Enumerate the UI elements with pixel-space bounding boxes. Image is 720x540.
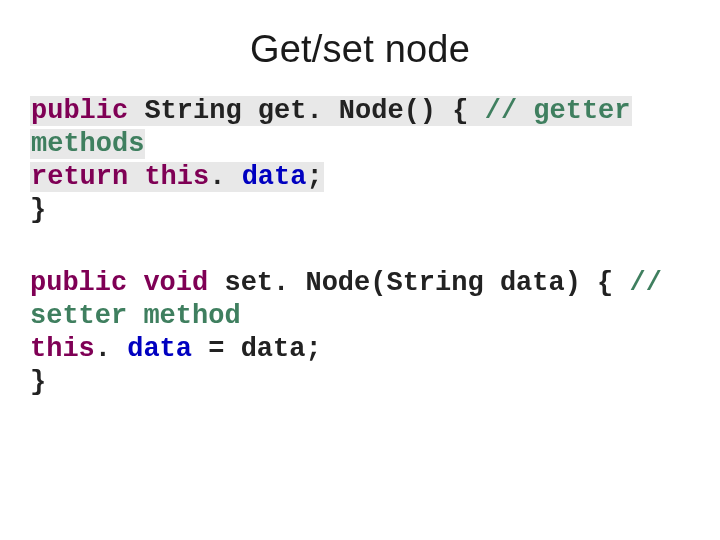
type-string: String [144, 96, 241, 126]
brace-close: } [30, 367, 46, 397]
slide: Get/set node public String get. Node() {… [0, 0, 720, 540]
space [224, 334, 240, 364]
dot: . [95, 334, 127, 364]
space [128, 162, 144, 192]
brace-open: { [597, 268, 613, 298]
kw-public: public [31, 96, 128, 126]
getter-line-4: } [30, 194, 690, 227]
equals: = [208, 334, 224, 364]
getter-l3-highlight: return this. data; [30, 162, 324, 192]
space [613, 268, 629, 298]
getter-line-2: methods [30, 128, 690, 161]
space [484, 268, 500, 298]
fn-getnode: get. Node() [258, 96, 436, 126]
kw-void: void [143, 268, 208, 298]
paren-close: ) [565, 268, 581, 298]
field-data: data [242, 162, 307, 192]
code-block-setter: public void set. Node(String data) { // … [30, 267, 690, 399]
getter-l1-highlight: public String get. Node() { // getter [30, 96, 632, 126]
space [127, 268, 143, 298]
space [242, 96, 258, 126]
comment-getter: // getter [485, 96, 631, 126]
space [128, 96, 144, 126]
rhs-data: data; [241, 334, 322, 364]
semicolon: ; [306, 162, 322, 192]
setter-line-3: this. data = data; [30, 333, 690, 366]
comment-setter-method: setter method [30, 301, 241, 331]
getter-line-1: public String get. Node() { // getter [30, 95, 690, 128]
setter-line-2: setter method [30, 300, 690, 333]
setter-line-4: } [30, 366, 690, 399]
fn-setnode: set. Node(String [224, 268, 483, 298]
kw-public: public [30, 268, 127, 298]
space [436, 96, 452, 126]
space [192, 334, 208, 364]
comment-slashes: // [630, 268, 662, 298]
kw-this: this [30, 334, 95, 364]
field-data: data [127, 334, 192, 364]
setter-line-1: public void set. Node(String data) { // [30, 267, 690, 300]
space [468, 96, 484, 126]
kw-this: this [144, 162, 209, 192]
dot: . [209, 162, 241, 192]
code-block-getter: public String get. Node() { // getter me… [30, 95, 690, 227]
slide-title: Get/set node [30, 28, 690, 71]
brace-open: { [452, 96, 468, 126]
brace-close: } [30, 195, 46, 225]
space [208, 268, 224, 298]
getter-line-3: return this. data; [30, 161, 690, 194]
space [581, 268, 597, 298]
kw-return: return [31, 162, 128, 192]
comment-methods: methods [30, 129, 145, 159]
arg-data: data [500, 268, 565, 298]
